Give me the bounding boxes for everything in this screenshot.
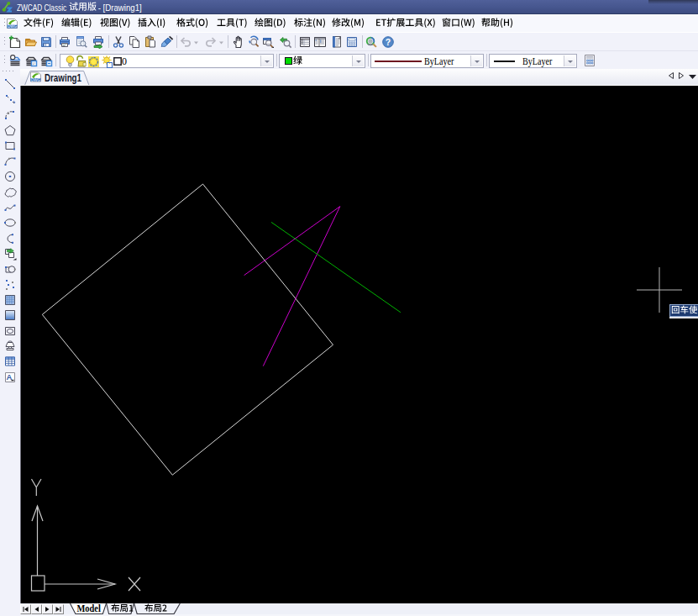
svg-text:Model: Model — [76, 603, 100, 613]
svg-text:DWG: DWG — [31, 78, 40, 82]
svg-text:DWG: DWG — [8, 24, 17, 29]
svg-text:?: ? — [386, 37, 391, 47]
